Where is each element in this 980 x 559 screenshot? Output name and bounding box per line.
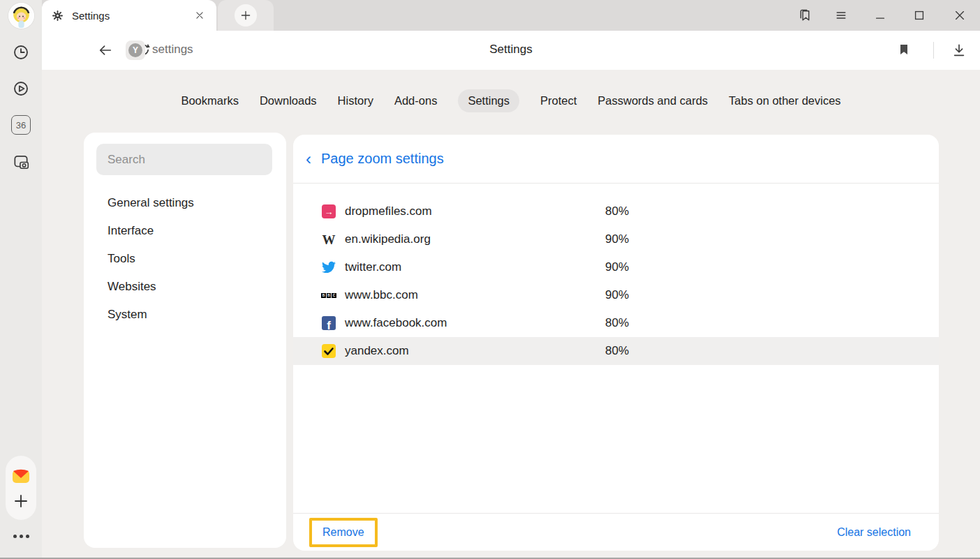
- table-row[interactable]: W en.wikipedia.org 90%: [293, 225, 939, 253]
- navigation-toolbar: Y settings Settings: [42, 31, 980, 70]
- site-zoom-value: 80%: [605, 204, 629, 218]
- sidebar-item-system[interactable]: System: [107, 301, 286, 329]
- yandex-badge-icon: Y: [128, 43, 142, 57]
- history-icon[interactable]: [12, 43, 30, 61]
- site-zoom-value: 90%: [605, 232, 629, 246]
- table-row[interactable]: BBC www.bbc.com 90%: [293, 281, 939, 309]
- minimize-icon[interactable]: [872, 7, 889, 24]
- rail-more-icon[interactable]: [0, 535, 42, 538]
- pinned-apps-group: [6, 456, 36, 520]
- sidebar-item-general[interactable]: General settings: [107, 189, 286, 217]
- tab-counter-value: 36: [16, 120, 26, 131]
- table-row-selected[interactable]: yandex.com 80%: [293, 337, 939, 365]
- settings-sections-list: General settings Interface Tools Website…: [84, 189, 286, 329]
- tab-protect[interactable]: Protect: [540, 89, 577, 112]
- page-title: Page zoom settings: [321, 151, 444, 167]
- bbc-favicon: BBC: [321, 288, 336, 303]
- downloads-icon[interactable]: [951, 43, 967, 58]
- remove-button[interactable]: Remove: [322, 526, 364, 538]
- profile-avatar[interactable]: [8, 3, 34, 29]
- sidebar-item-interface[interactable]: Interface: [107, 217, 286, 245]
- table-row[interactable]: twitter.com 90%: [293, 253, 939, 281]
- site-name: www.bbc.com: [345, 288, 605, 302]
- wikipedia-favicon: W: [321, 232, 336, 247]
- tab-close-icon[interactable]: [193, 8, 207, 22]
- yandex-mail-icon[interactable]: [10, 466, 31, 487]
- browser-tab-settings[interactable]: Settings: [42, 0, 216, 31]
- avatar-girl-illustration: [8, 3, 34, 29]
- table-row[interactable]: → dropmefiles.com 80%: [293, 197, 939, 225]
- screenshot-icon[interactable]: [12, 153, 30, 171]
- toolbar-divider: [933, 42, 934, 59]
- sidebar-item-tools[interactable]: Tools: [107, 245, 286, 273]
- tab-bookmarks[interactable]: Bookmarks: [181, 89, 239, 112]
- panel-footer: Remove Clear selection: [293, 513, 939, 551]
- add-shortcut-icon[interactable]: [13, 493, 29, 509]
- tab-counter-badge[interactable]: 36: [11, 115, 31, 135]
- bookmark-icon[interactable]: [897, 43, 912, 58]
- zoom-site-list: → dropmefiles.com 80% W en.wikipedia.org…: [293, 184, 939, 365]
- list-empty-space: [293, 365, 939, 513]
- collections-icon[interactable]: [796, 7, 813, 24]
- search-input[interactable]: [96, 144, 272, 175]
- sidebar-item-websites[interactable]: Websites: [107, 273, 286, 301]
- tab-bar: Settings: [42, 0, 980, 31]
- tab-title: Settings: [72, 10, 193, 22]
- new-tab-stub: [218, 0, 274, 31]
- tab-passwords[interactable]: Passwords and cards: [597, 89, 708, 112]
- site-name: en.wikipedia.org: [345, 232, 605, 246]
- site-favicon-badge[interactable]: Y: [126, 40, 145, 60]
- menu-icon[interactable]: [833, 7, 849, 24]
- page-zoom-header[interactable]: ‹ Page zoom settings: [293, 135, 939, 183]
- back-icon[interactable]: [98, 43, 113, 58]
- tab-history[interactable]: History: [338, 89, 373, 112]
- facebook-favicon: f: [321, 315, 336, 331]
- settings-nav-tabs: Bookmarks Downloads History Add-ons Sett…: [42, 89, 980, 112]
- page-zoom-panel: ‹ Page zoom settings → dropmefiles.com 8…: [293, 135, 939, 551]
- site-zoom-value: 90%: [605, 260, 629, 274]
- site-name: yandex.com: [345, 344, 605, 358]
- media-play-icon[interactable]: [12, 80, 30, 98]
- tab-addons[interactable]: Add-ons: [394, 89, 437, 112]
- dropmefiles-favicon: →: [321, 204, 336, 219]
- close-window-icon[interactable]: [951, 7, 968, 24]
- selected-checkbox-icon[interactable]: [321, 343, 336, 359]
- site-name: www.facebook.com: [345, 316, 605, 330]
- site-zoom-value: 80%: [605, 316, 629, 330]
- gear-icon: [52, 10, 64, 22]
- browser-window: 36: [0, 0, 980, 559]
- tab-other-devices[interactable]: Tabs on other devices: [729, 89, 841, 112]
- new-tab-icon[interactable]: [235, 4, 257, 27]
- site-zoom-value: 80%: [605, 344, 629, 358]
- settings-page: Bookmarks Downloads History Add-ons Sett…: [42, 70, 980, 558]
- twitter-favicon: [321, 260, 336, 275]
- back-chevron-icon[interactable]: ‹: [306, 151, 321, 167]
- clear-selection-link[interactable]: Clear selection: [837, 526, 911, 539]
- site-name: twitter.com: [345, 260, 605, 274]
- remove-button-highlight[interactable]: Remove: [309, 518, 378, 547]
- maximize-icon[interactable]: [911, 7, 928, 24]
- tab-downloads[interactable]: Downloads: [260, 89, 317, 112]
- settings-sidebar-panel: General settings Interface Tools Website…: [84, 133, 286, 548]
- site-zoom-value: 90%: [605, 288, 629, 302]
- address-bar-text[interactable]: settings: [152, 43, 193, 57]
- left-rail: 36: [0, 0, 42, 558]
- tab-settings[interactable]: Settings: [458, 89, 519, 112]
- table-row[interactable]: f www.facebook.com 80%: [293, 309, 939, 337]
- site-name: dropmefiles.com: [345, 204, 605, 218]
